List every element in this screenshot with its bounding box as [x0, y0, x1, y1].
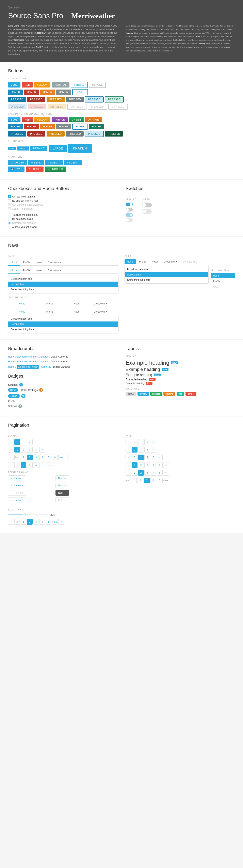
- nav-pill-hover[interactable]: Hover: [149, 259, 160, 264]
- bc1-cameras[interactable]: Cameras: [39, 355, 49, 358]
- btn-cta-pressed-stroke[interactable]: PRESSED: [85, 131, 104, 137]
- pills-dropdown-item-2[interactable]: Second Item: [125, 272, 208, 277]
- btn-cta-hover-stroke[interactable]: HOVER: [72, 124, 88, 130]
- nav-just-home-1[interactable]: Home: [8, 301, 36, 307]
- dropdown-item-1[interactable]: Dropdown item one: [8, 276, 118, 282]
- switch-2[interactable]: [126, 208, 133, 212]
- nav-just-dropdown-2[interactable]: Dropdown ▼: [91, 309, 118, 315]
- pager-c4-2[interactable]: 2: [138, 462, 144, 468]
- btn-neutral[interactable]: NEUTRAL: [52, 82, 69, 88]
- page-4-2[interactable]: 4: [33, 447, 39, 453]
- btn-cta-pressed-blue[interactable]: PRESSED: [8, 131, 26, 136]
- btn-cta-pressed-neutral[interactable]: PRESSED: [66, 131, 84, 136]
- nav-tab-home-1[interactable]: Home: [8, 259, 20, 266]
- page-1-1[interactable]: 1: [14, 439, 20, 445]
- btn-anim-success[interactable]: ✓ SUCCESS: [45, 166, 66, 172]
- btn-pressed-red[interactable]: PRESSED: [27, 97, 45, 102]
- btn-hover-blue[interactable]: HOVER: [8, 90, 23, 95]
- btn-anim-submit2[interactable]: ↑ SUBMIT: [64, 160, 82, 165]
- slider-page-3[interactable]: 3: [33, 519, 39, 525]
- dropdown-item-3[interactable]: Some third thing here: [8, 287, 118, 292]
- bc2-electronics[interactable]: Electronics Home/: [17, 360, 36, 363]
- nav-tab-profile-1[interactable]: Profile: [20, 259, 33, 266]
- page-next-4[interactable]: »: [46, 462, 52, 468]
- slider-thumb[interactable]: [23, 514, 26, 516]
- btn-cta-red[interactable]: RED: [22, 117, 33, 122]
- page-3-4[interactable]: 3: [27, 462, 33, 468]
- pills-dropdown-item-1[interactable]: Dropdown item one: [125, 267, 208, 272]
- pager-c4-3[interactable]: 3: [144, 462, 150, 468]
- pager-prev-2[interactable]: ← Previous: [8, 483, 26, 488]
- btn-anim-submit[interactable]: ↑ SUBMIT: [45, 160, 63, 165]
- pager-c3-next[interactable]: »: [157, 455, 162, 460]
- nav-tab-dropdown-2[interactable]: Dropdown ▼: [45, 268, 64, 274]
- btn-cta-orange[interactable]: ORANGE: [85, 117, 102, 122]
- btn-cta-hover-yellow[interactable]: HOVER: [40, 124, 55, 129]
- slider-page-next[interactable]: Next: [52, 519, 58, 525]
- page-5-3[interactable]: 5: [46, 455, 52, 460]
- pager-c4-5[interactable]: 5: [157, 462, 162, 468]
- btn-stroke[interactable]: STROKE: [71, 82, 88, 88]
- nav-tab-home-2[interactable]: Home: [8, 268, 20, 274]
- nav-pill-home[interactable]: Home: [125, 259, 136, 264]
- nav-pill-dropdown[interactable]: Dropdown ▼: [161, 259, 180, 264]
- page-info-3[interactable]: 3: [144, 478, 150, 483]
- slider-page-1[interactable]: 1: [21, 519, 26, 525]
- slider-page-5[interactable]: 5: [46, 519, 52, 525]
- page-4-4[interactable]: 4: [33, 462, 39, 468]
- page-1-3[interactable]: 1: [21, 455, 26, 460]
- pager-next-2[interactable]: Next →: [56, 483, 69, 488]
- pager-c5-next[interactable]: »: [163, 470, 169, 476]
- btn-pressed-blue[interactable]: PRESSED: [8, 97, 26, 102]
- pager-c5-2[interactable]: 2: [138, 470, 144, 476]
- pager-c2-2[interactable]: 2: [132, 447, 138, 453]
- just-dropdown-item-3[interactable]: Some third thing here: [8, 327, 118, 332]
- page-5-4[interactable]: 5: [39, 462, 45, 468]
- page-2-2[interactable]: 2: [21, 447, 26, 453]
- page-3-3[interactable]: 3: [33, 455, 39, 460]
- page-info-5[interactable]: 5: [157, 478, 162, 483]
- page-next-2[interactable]: »: [39, 447, 45, 453]
- just-dropdown-item-2[interactable]: Second Item: [8, 321, 118, 327]
- btn-size-default[interactable]: DEFAULT: [30, 146, 48, 151]
- nav-tab-hover-1[interactable]: Hover: [33, 259, 45, 266]
- switch-1[interactable]: [126, 203, 133, 206]
- nav-tab-profile-2[interactable]: Profile: [20, 268, 33, 274]
- btn-size-mini[interactable]: MINI: [8, 147, 16, 150]
- page-info-4[interactable]: 4: [150, 478, 156, 483]
- just-dropdown-item-1[interactable]: Dropdown item one: [8, 316, 118, 321]
- btn-red[interactable]: RED: [22, 82, 33, 88]
- btn-size-small[interactable]: SMALL: [17, 147, 29, 151]
- pager-next-3[interactable]: Next →: [56, 490, 69, 496]
- btn-yellow[interactable]: YELLOW: [34, 82, 51, 88]
- btn-anim-send[interactable]: ✈ SEND: [28, 160, 44, 165]
- pager-c1-2[interactable]: 2: [132, 439, 138, 445]
- btn-cta-hover-red[interactable]: HOVER: [24, 124, 39, 129]
- btn-hover-stroke[interactable]: HOVER: [72, 89, 88, 95]
- pager-prev-4[interactable]: ← Previous: [8, 497, 26, 503]
- pager-prev-1[interactable]: ← Previous: [8, 475, 26, 481]
- checkbox-2[interactable]: [8, 199, 11, 202]
- btn-hover-yellow[interactable]: HOVER: [40, 90, 55, 95]
- pager-c3-5[interactable]: 5: [151, 455, 156, 460]
- radio-1[interactable]: [8, 214, 11, 216]
- pills-dropdown-item-3[interactable]: Some third thing here: [125, 277, 208, 283]
- btn-pressed-stroke2[interactable]: PRESSED: [105, 96, 124, 102]
- dropdown-item-2-active[interactable]: Second Item: [8, 282, 118, 287]
- btn-cta-blue[interactable]: BLUE: [8, 117, 21, 122]
- nav-just-profile-1[interactable]: Profile: [36, 301, 63, 307]
- page-info-1[interactable]: 1: [131, 478, 137, 483]
- btn-size-large[interactable]: LARGE: [49, 145, 67, 152]
- pager-c1-6[interactable]: 6: [144, 439, 150, 445]
- pager-c3-3[interactable]: 3: [132, 455, 138, 460]
- pager-c2-4[interactable]: 4: [138, 447, 144, 453]
- pager-c5-3[interactable]: 3: [144, 470, 150, 476]
- page-2-1[interactable]: 2: [21, 439, 26, 445]
- page-next-3[interactable]: Next: [58, 455, 64, 460]
- nav-vert-profile[interactable]: Profile: [211, 279, 235, 284]
- btn-cta-green[interactable]: GREEN: [69, 117, 84, 122]
- radio-2[interactable]: [8, 218, 11, 220]
- bc2-cameras[interactable]: Cameras: [39, 360, 49, 363]
- btn-cta-pressed-green[interactable]: PRESSED: [105, 131, 123, 136]
- bc3-electronics[interactable]: Electronics Home/: [17, 365, 39, 369]
